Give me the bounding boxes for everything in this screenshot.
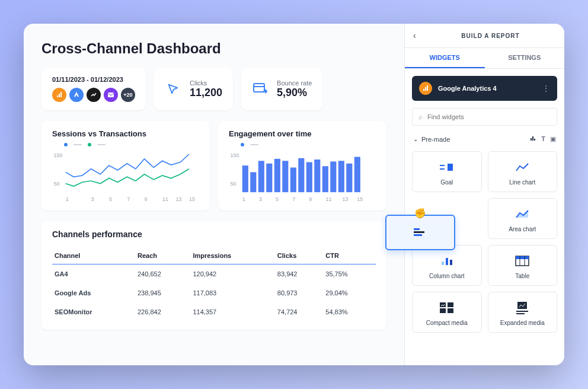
svg-rect-19 bbox=[250, 172, 256, 192]
legend-dot-transactions bbox=[88, 143, 91, 146]
bounce-value: 5,90% bbox=[277, 87, 312, 99]
table-row[interactable]: GA4240,652120,94283,94235,75% bbox=[52, 264, 376, 284]
svg-rect-59 bbox=[440, 308, 446, 313]
svg-text:11: 11 bbox=[162, 196, 168, 202]
svg-text:11: 11 bbox=[325, 196, 331, 202]
th-channel: Channel bbox=[52, 247, 135, 264]
svg-rect-43 bbox=[427, 85, 428, 91]
svg-text:1: 1 bbox=[66, 196, 69, 202]
svg-text:7: 7 bbox=[292, 196, 295, 202]
cursor-icon bbox=[165, 81, 181, 97]
svg-rect-24 bbox=[290, 168, 296, 193]
svg-rect-28 bbox=[322, 166, 328, 192]
widget-label: Compact media bbox=[426, 320, 468, 326]
svg-text:7: 7 bbox=[127, 196, 130, 202]
svg-rect-50 bbox=[442, 262, 444, 265]
th-reach: Reach bbox=[135, 247, 190, 264]
widget-expanded-media[interactable]: Expanded media bbox=[488, 292, 558, 333]
bar-view-icon[interactable] bbox=[530, 135, 536, 143]
channel-icons: +20 bbox=[52, 88, 135, 102]
legend-dot-engagement bbox=[241, 143, 244, 146]
bounce-card: Bounce rate 5,90% bbox=[241, 68, 322, 110]
table-cell: 120,942 bbox=[190, 264, 274, 284]
browser-icon bbox=[252, 81, 269, 97]
text-view-icon[interactable]: T bbox=[541, 135, 545, 143]
svg-text:5: 5 bbox=[109, 196, 112, 202]
goal-icon bbox=[439, 160, 455, 174]
sidebar: ‹ BUILD A REPORT WIDGETS SETTINGS Google… bbox=[404, 24, 564, 365]
datasource-name: Google Analytics 4 bbox=[438, 85, 536, 92]
tab-settings[interactable]: SETTINGS bbox=[485, 48, 565, 68]
svg-rect-18 bbox=[242, 165, 248, 192]
svg-text:13: 13 bbox=[175, 196, 181, 202]
sessions-chart: 150 50 13579111315 bbox=[52, 149, 199, 202]
expanded-media-icon bbox=[515, 301, 529, 315]
bar-chart-icon bbox=[413, 227, 428, 238]
svg-rect-30 bbox=[338, 161, 344, 192]
search-input[interactable] bbox=[427, 113, 551, 120]
more-channels-badge[interactable]: +20 bbox=[121, 88, 135, 102]
svg-rect-2 bbox=[60, 92, 62, 97]
svg-rect-41 bbox=[423, 89, 424, 91]
legend-dash bbox=[74, 144, 82, 145]
svg-text:3: 3 bbox=[259, 196, 262, 202]
svg-rect-54 bbox=[516, 256, 529, 259]
table-cell: 35,75% bbox=[323, 264, 376, 284]
svg-text:15: 15 bbox=[189, 196, 195, 202]
svg-text:1: 1 bbox=[242, 196, 245, 202]
image-view-icon[interactable]: ▣ bbox=[550, 135, 556, 143]
clicks-value: 11,200 bbox=[190, 87, 222, 99]
engagement-chart-title: Engagement over time bbox=[229, 129, 376, 138]
date-range-card[interactable]: 01/11/2023 - 01/12/2023 +20 bbox=[41, 68, 146, 110]
dragging-widget-bar-chart[interactable]: ✊ bbox=[385, 215, 455, 250]
th-ctr: CTR bbox=[323, 247, 376, 264]
legend-dot-sessions bbox=[64, 143, 68, 146]
premade-section-header[interactable]: ⌄ Pre-made T ▣ bbox=[405, 132, 564, 146]
table-row[interactable]: SEOMonitor226,842114,35774,72454,83% bbox=[52, 302, 376, 321]
table-cell: Google Ads bbox=[52, 283, 135, 302]
svg-text:5: 5 bbox=[276, 196, 279, 202]
tab-widgets[interactable]: WIDGETS bbox=[405, 48, 485, 68]
svg-rect-49 bbox=[448, 164, 453, 168]
widget-compact-media[interactable]: Compact media bbox=[412, 292, 482, 333]
stats-row: 01/11/2023 - 01/12/2023 +20 Clicks 11,20… bbox=[41, 68, 386, 110]
widget-line-chart[interactable]: Line chart bbox=[488, 151, 558, 192]
svg-rect-1 bbox=[59, 94, 60, 97]
search-icon: ⌕ bbox=[418, 113, 423, 121]
analytics-icon bbox=[87, 88, 101, 102]
charts-row: Sessions vs Transactions 150 50 13579111… bbox=[41, 121, 386, 211]
ga4-icon bbox=[419, 82, 432, 95]
widget-goal[interactable]: Goal bbox=[412, 151, 482, 192]
widget-table[interactable]: Table bbox=[488, 245, 558, 286]
channels-table: Channel Reach Impressions Clicks CTR GA4… bbox=[52, 247, 376, 321]
svg-rect-57 bbox=[440, 302, 446, 307]
widget-label: Column chart bbox=[429, 273, 464, 279]
svg-rect-66 bbox=[414, 234, 422, 236]
svg-rect-31 bbox=[346, 164, 352, 192]
widget-column-chart[interactable]: Column chart bbox=[412, 245, 482, 286]
svg-rect-25 bbox=[298, 158, 304, 192]
sessions-chart-title: Sessions vs Transactions bbox=[52, 129, 199, 138]
svg-rect-27 bbox=[314, 160, 320, 192]
svg-rect-21 bbox=[266, 164, 272, 192]
clicks-card: Clicks 11,200 bbox=[154, 68, 233, 110]
mail-icon bbox=[104, 88, 118, 102]
table-row[interactable]: Google Ads238,945117,08380,97329,04% bbox=[52, 283, 376, 302]
widget-label: Expanded media bbox=[500, 320, 545, 326]
svg-rect-51 bbox=[446, 258, 448, 265]
column-chart-icon bbox=[440, 254, 453, 268]
widget-area-chart[interactable]: Area chart bbox=[488, 198, 558, 239]
table-cell: 226,842 bbox=[135, 302, 190, 321]
svg-text:9: 9 bbox=[309, 196, 312, 202]
datasource-menu-icon[interactable]: ⋮ bbox=[542, 84, 550, 93]
sessions-legend bbox=[52, 143, 199, 146]
svg-text:15: 15 bbox=[357, 196, 363, 202]
svg-rect-58 bbox=[448, 302, 453, 307]
engagement-chart-card: Engagement over time 150 50 13579111315 bbox=[218, 121, 386, 211]
back-button[interactable]: ‹ bbox=[413, 31, 425, 40]
svg-rect-61 bbox=[517, 302, 527, 309]
table-cell: 74,724 bbox=[275, 302, 323, 321]
search-row: ⌕ bbox=[412, 108, 557, 126]
table-cell: 240,652 bbox=[135, 264, 190, 284]
datasource-banner[interactable]: Google Analytics 4 ⋮ bbox=[412, 76, 557, 101]
